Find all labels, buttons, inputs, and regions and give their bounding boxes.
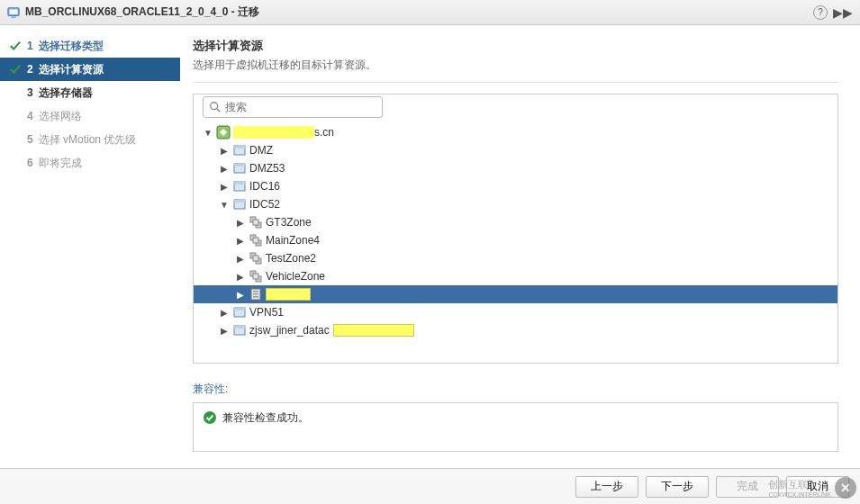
wizard-step-compute-resource[interactable]: 2 选择计算资源 bbox=[0, 58, 180, 81]
tree-node-selected-host[interactable]: ▶ bbox=[194, 285, 837, 303]
datacenter-icon bbox=[232, 305, 247, 320]
step-label: 选择迁移类型 bbox=[39, 39, 104, 54]
datacenter-icon bbox=[232, 197, 247, 212]
wizard-step-migration-type[interactable]: 1 选择迁移类型 bbox=[0, 34, 180, 58]
svg-rect-2 bbox=[11, 16, 15, 18]
compatibility-message: 兼容性检查成功。 bbox=[222, 410, 309, 426]
step-label: 选择网络 bbox=[39, 109, 82, 124]
expand-icon[interactable]: ▶ bbox=[235, 289, 246, 300]
svg-rect-25 bbox=[253, 274, 258, 279]
step-label: 选择计算资源 bbox=[39, 62, 104, 77]
separator bbox=[193, 82, 838, 83]
tree-node-zjsw[interactable]: ▶ zjsw_jiner_datac bbox=[194, 321, 837, 339]
expand-icon[interactable]: ▶ bbox=[219, 145, 230, 156]
finish-button: 完成 bbox=[716, 476, 779, 498]
vcenter-icon bbox=[216, 125, 231, 140]
tree-label: IDC52 bbox=[249, 198, 280, 211]
check-icon bbox=[9, 63, 22, 76]
tree-node-mainzone4[interactable]: ▶ MainZone4 bbox=[194, 231, 837, 249]
content-title: 选择计算资源 bbox=[193, 38, 838, 54]
svg-rect-13 bbox=[234, 200, 245, 202]
expand-icon[interactable]: ▶ bbox=[219, 163, 230, 174]
tree-node-root[interactable]: ▼ s.cn bbox=[194, 123, 837, 141]
step-label: 选择存储器 bbox=[39, 86, 93, 101]
wizard-step-network[interactable]: 4 选择网络 bbox=[0, 104, 180, 128]
search-icon bbox=[209, 101, 222, 113]
expand-icon[interactable]: ▶ bbox=[235, 253, 246, 264]
cluster-icon bbox=[249, 251, 263, 266]
svg-rect-1 bbox=[10, 9, 18, 14]
expand-icon[interactable]: ▶ bbox=[219, 325, 230, 336]
titlebar: MB_ORCLINUX68_ORACLE11_2_0_4_0 - 迁移 ? ▶▶ bbox=[0, 0, 860, 25]
resource-tree-panel: ▼ s.cn ▶ DMZ ▶ DMZ53 ▶ IDC16 ▼ bbox=[193, 94, 838, 364]
tree-label: TestZone2 bbox=[266, 252, 316, 265]
check-placeholder bbox=[9, 110, 22, 122]
tree-node-idc16[interactable]: ▶ IDC16 bbox=[194, 177, 837, 195]
step-number: 5 bbox=[27, 133, 33, 146]
svg-rect-11 bbox=[234, 182, 245, 184]
tree-node-vpn51[interactable]: ▶ VPN51 bbox=[194, 303, 837, 321]
search-input[interactable] bbox=[225, 101, 376, 113]
tree-node-idc52[interactable]: ▼ IDC52 bbox=[194, 195, 837, 213]
step-number: 1 bbox=[27, 40, 33, 52]
tree-label-suffix: s.cn bbox=[314, 126, 334, 139]
datacenter-icon bbox=[232, 323, 247, 338]
redacted-text bbox=[233, 126, 314, 139]
step-label: 即将完成 bbox=[39, 156, 82, 171]
next-button[interactable]: 下一步 bbox=[646, 476, 709, 498]
search-box[interactable] bbox=[203, 96, 383, 118]
tree-label: DMZ bbox=[249, 144, 273, 157]
titlebar-left: MB_ORCLINUX68_ORACLE11_2_0_4_0 - 迁移 bbox=[7, 4, 259, 20]
tree-label: DMZ53 bbox=[249, 162, 285, 175]
svg-rect-16 bbox=[253, 220, 258, 225]
collapse-icon[interactable]: ▼ bbox=[219, 199, 230, 210]
svg-rect-28 bbox=[253, 293, 258, 295]
tree-node-vehiclezone[interactable]: ▶ VehicleZone bbox=[194, 267, 837, 285]
content-subtitle: 选择用于虚拟机迁移的目标计算资源。 bbox=[193, 58, 838, 73]
check-placeholder bbox=[9, 157, 22, 169]
ok-icon bbox=[203, 410, 217, 425]
wizard-step-vmotion-priority[interactable]: 5 选择 vMotion 优先级 bbox=[0, 128, 180, 151]
compatibility-label: 兼容性: bbox=[193, 382, 838, 397]
expand-icon[interactable]: ▶ bbox=[219, 181, 230, 192]
main-area: 1 选择迁移类型 2 选择计算资源 3 选择存储器 4 选择网络 5 选择 vM… bbox=[0, 25, 860, 468]
expand-icon[interactable]: ▶ bbox=[235, 235, 246, 246]
svg-rect-31 bbox=[234, 308, 245, 310]
check-icon bbox=[9, 40, 22, 52]
datacenter-icon bbox=[232, 179, 247, 194]
redacted-text bbox=[266, 288, 311, 301]
expand-icon[interactable]: ▶ bbox=[235, 217, 246, 228]
tree-node-gt3zone[interactable]: ▶ GT3Zone bbox=[194, 213, 837, 231]
cluster-icon bbox=[249, 233, 263, 248]
collapse-icon[interactable]: ▼ bbox=[203, 127, 213, 138]
datacenter-icon bbox=[232, 161, 247, 176]
cluster-icon bbox=[249, 215, 263, 230]
compatibility-box: 兼容性检查成功。 bbox=[193, 402, 838, 452]
wizard-step-ready[interactable]: 6 即将完成 bbox=[0, 151, 180, 175]
back-button[interactable]: 上一步 bbox=[575, 476, 638, 498]
svg-line-4 bbox=[217, 109, 221, 112]
wizard-sidebar: 1 选择迁移类型 2 选择计算资源 3 选择存储器 4 选择网络 5 选择 vM… bbox=[0, 25, 180, 468]
wizard-step-storage[interactable]: 3 选择存储器 bbox=[0, 81, 180, 104]
check-placeholder bbox=[9, 86, 22, 99]
tree-label: VehicleZone bbox=[266, 270, 325, 283]
svg-rect-7 bbox=[234, 146, 245, 148]
step-number: 3 bbox=[27, 86, 33, 99]
svg-rect-33 bbox=[234, 326, 245, 328]
cancel-button[interactable]: 取消 bbox=[786, 476, 849, 498]
host-icon bbox=[249, 287, 263, 302]
svg-point-3 bbox=[211, 103, 218, 110]
tree-node-dmz53[interactable]: ▶ DMZ53 bbox=[194, 159, 837, 177]
expand-icon[interactable]: ▶ bbox=[235, 271, 246, 282]
datacenter-icon bbox=[232, 143, 247, 158]
tree-label: IDC16 bbox=[249, 180, 280, 193]
svg-rect-29 bbox=[253, 296, 258, 298]
expand-icon[interactable]: ▶▶ bbox=[833, 5, 853, 20]
tree-node-testzone2[interactable]: ▶ TestZone2 bbox=[194, 249, 837, 267]
tree-label: VPN51 bbox=[249, 306, 284, 319]
help-icon[interactable]: ? bbox=[813, 5, 828, 20]
step-label: 选择 vMotion 优先级 bbox=[39, 132, 137, 148]
tree-label: MainZone4 bbox=[266, 234, 320, 247]
tree-node-dmz[interactable]: ▶ DMZ bbox=[194, 141, 837, 159]
expand-icon[interactable]: ▶ bbox=[219, 307, 230, 318]
